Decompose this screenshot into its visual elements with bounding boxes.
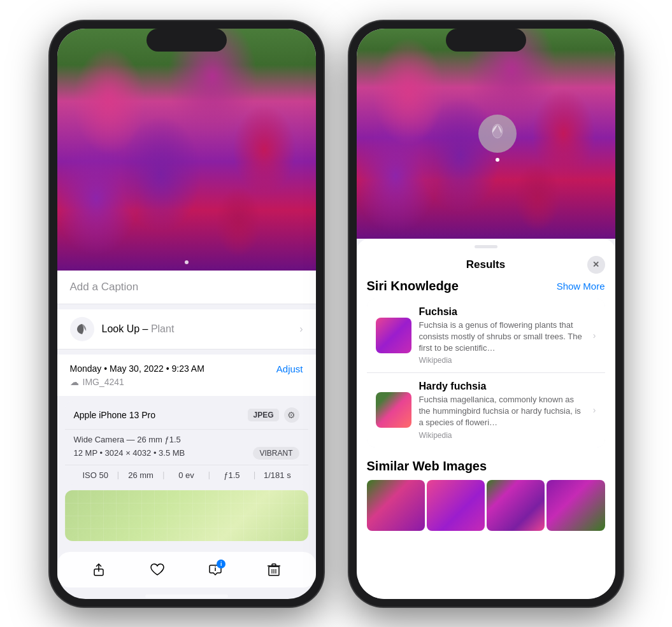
left-phone: Add a Caption Look Up – Plant › Monday •… <box>50 21 324 607</box>
gear-icon[interactable]: ⚙ <box>284 407 299 423</box>
exif-shutter: 1/181 s <box>255 470 299 480</box>
close-button[interactable]: ✕ <box>587 256 605 274</box>
similar-images-row <box>367 480 605 531</box>
hardy-source: Wikipedia <box>419 431 585 440</box>
leaf-icon <box>76 323 89 335</box>
svg-point-2 <box>215 566 216 567</box>
info-section: Monday • May 30, 2022 • 9:23 AM Adjust ☁… <box>57 355 316 396</box>
similar-image-2[interactable] <box>427 480 485 531</box>
camera-row: Apple iPhone 13 Pro JPEG ⚙ <box>65 401 308 430</box>
lookup-section[interactable]: Look Up – Plant › <box>57 309 316 349</box>
exif-ev: 0 ev <box>164 470 208 480</box>
phone-notch <box>147 29 227 52</box>
results-title: Results <box>385 258 587 271</box>
vi-leaf-icon <box>489 122 506 144</box>
photo-area[interactable] <box>57 29 316 271</box>
similar-image-1[interactable] <box>367 480 425 531</box>
hardy-name: Hardy fuchsia <box>419 381 585 392</box>
exif-iso: ISO 50 <box>74 470 117 480</box>
svg-point-9 <box>492 124 503 138</box>
left-screen: Add a Caption Look Up – Plant › Monday •… <box>57 29 316 599</box>
hardy-content: Hardy fuchsia Fuchsia magellanica, commo… <box>419 381 585 440</box>
hardy-description: Fuchsia magellanica, commonly known as t… <box>419 394 585 429</box>
knowledge-item-fuchsia[interactable]: Fuchsia Fuchsia is a genus of flowering … <box>367 299 605 374</box>
photo-dot-indicator <box>185 260 189 264</box>
info-date-row: Monday • May 30, 2022 • 9:23 AM Adjust <box>70 363 303 374</box>
results-panel: Results ✕ Siri Knowledge Show More <box>357 239 615 599</box>
fuchsia-description: Fuchsia is a genus of flowering plants t… <box>419 320 585 355</box>
camera-details: Wide Camera — 26 mm ƒ1.5 12 MP • 3024 × … <box>65 430 308 465</box>
lookup-icon <box>70 317 94 341</box>
leaf-vi-icon <box>489 122 506 140</box>
similar-title: Similar Web Images <box>367 459 605 474</box>
vibrant-badge: VIBRANT <box>253 447 299 460</box>
results-header: Results ✕ <box>357 248 615 279</box>
fuchsia-name: Fuchsia <box>419 306 585 318</box>
svg-rect-5 <box>272 564 276 566</box>
hardy-thumb-image <box>376 392 411 428</box>
adjust-button[interactable]: Adjust <box>276 363 303 374</box>
exif-aperture: ƒ1.5 <box>210 470 254 480</box>
map-area[interactable] <box>65 490 308 541</box>
siri-knowledge-title: Siri Knowledge <box>367 279 459 293</box>
info-badge: i <box>217 560 225 568</box>
visual-intelligence-button[interactable] <box>478 115 517 153</box>
right-screen: Results ✕ Siri Knowledge Show More <box>357 29 615 599</box>
heart-button[interactable] <box>146 558 169 581</box>
caption-area[interactable]: Add a Caption <box>57 271 316 304</box>
trash-icon <box>267 563 281 577</box>
delete-button[interactable] <box>262 558 285 581</box>
knowledge-card: Fuchsia Fuchsia is a genus of flowering … <box>367 299 605 447</box>
show-more-button[interactable]: Show More <box>557 281 605 292</box>
share-button[interactable] <box>87 558 110 581</box>
fuchsia-source: Wikipedia <box>419 356 585 365</box>
lookup-chevron-icon: › <box>299 323 303 335</box>
camera-specs-row: 12 MP • 3024 × 4032 • 3.5 MB VIBRANT <box>74 447 299 460</box>
heart-icon <box>150 563 165 577</box>
fuchsia-chevron-icon: › <box>593 330 596 341</box>
home-indicator <box>145 595 228 598</box>
knowledge-item-hardy[interactable]: Hardy fuchsia Fuchsia magellanica, commo… <box>367 373 605 447</box>
camera-section: Apple iPhone 13 Pro JPEG ⚙ Wide Camera —… <box>65 401 308 485</box>
camera-specs: 12 MP • 3024 × 4032 • 3.5 MB <box>74 448 185 458</box>
camera-name: Apple iPhone 13 Pro <box>74 410 155 420</box>
info-button[interactable]: i <box>204 558 227 581</box>
lookup-label: Look Up – Plant <box>102 323 175 335</box>
cloud-icon: ☁ <box>70 377 79 387</box>
camera-badges: JPEG ⚙ <box>248 407 299 423</box>
right-phone: Results ✕ Siri Knowledge Show More <box>349 21 623 607</box>
hardy-chevron-icon: › <box>593 405 596 415</box>
caption-placeholder[interactable]: Add a Caption <box>70 281 139 293</box>
siri-section-header: Siri Knowledge Show More <box>367 279 605 293</box>
fuchsia-content: Fuchsia Fuchsia is a genus of flowering … <box>419 306 585 365</box>
map-image <box>65 490 308 541</box>
camera-exif-row: ISO 50 | 26 mm | 0 ev | ƒ1.5 | 1/181 s <box>65 465 308 485</box>
photo-toolbar: i <box>57 552 316 588</box>
fuchsia-thumbnail <box>376 318 411 353</box>
similar-image-3[interactable] <box>487 480 545 531</box>
fuchsia-thumb-image <box>376 318 411 353</box>
hardy-thumbnail <box>376 392 411 428</box>
similar-image-4[interactable] <box>547 480 604 531</box>
info-date: Monday • May 30, 2022 • 9:23 AM <box>70 363 204 374</box>
share-icon <box>92 563 106 577</box>
right-photo-area <box>357 29 615 239</box>
siri-knowledge-section: Siri Knowledge Show More Fuchsia Fuchsia… <box>357 279 615 447</box>
info-filename-row: ☁ IMG_4241 <box>70 377 303 387</box>
similar-section: Similar Web Images <box>357 449 615 536</box>
info-filename: IMG_4241 <box>83 377 124 387</box>
home-indicator-right <box>445 595 527 598</box>
format-badge: JPEG <box>248 409 278 421</box>
camera-lens: Wide Camera — 26 mm ƒ1.5 <box>74 435 299 444</box>
vi-dot <box>496 158 499 162</box>
photo-image <box>57 29 316 271</box>
phone-notch-right <box>446 29 526 52</box>
exif-focal: 26 mm <box>119 470 162 480</box>
